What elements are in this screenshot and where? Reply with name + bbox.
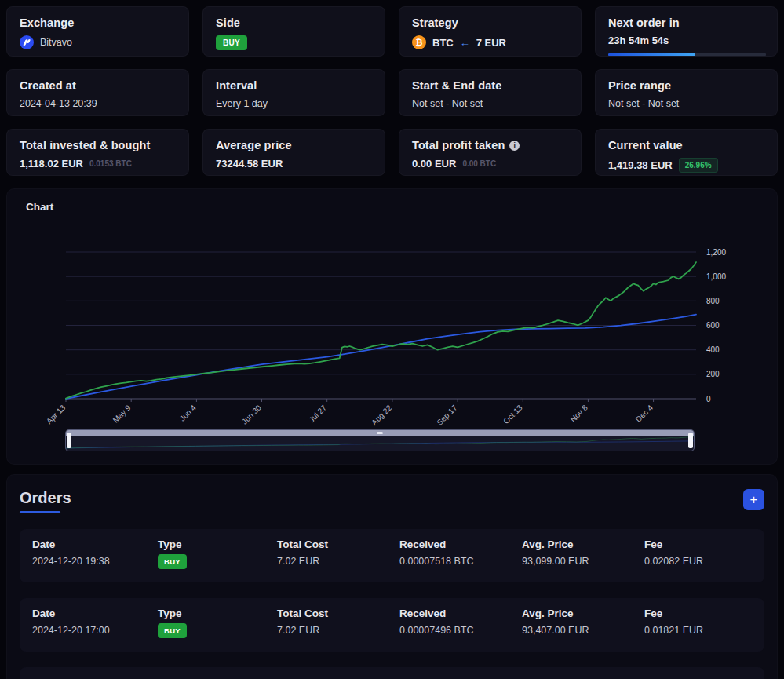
col-date-label: Date	[32, 608, 158, 619]
y-axis-label: 1,000	[706, 272, 726, 281]
order-date: 2024-12-20 19:38	[32, 556, 158, 567]
side-buy-badge: BUY	[216, 35, 247, 50]
x-axis-label: Jun 30	[240, 403, 263, 425]
order-fee: 0.01821 EUR	[644, 625, 752, 636]
order-type-badge: BUY	[158, 623, 187, 638]
y-axis-label: 0	[706, 395, 711, 403]
left-arrow-icon: ←	[460, 37, 470, 49]
order-row: Date 2024-12-20 17:00 Type BUY Total Cos…	[20, 598, 764, 652]
card-total-invested: Total invested & bought 1,118.02 EUR 0.0…	[6, 129, 189, 176]
exchange-name: Bitvavo	[40, 37, 72, 48]
card-start-end-date: Start & End date Not set - Not set	[399, 69, 582, 116]
strategy-coin: BTC	[432, 37, 454, 49]
bitcoin-icon: ₿	[412, 35, 426, 49]
card-start-end-date-title: Start & End date	[412, 79, 568, 92]
next-order-progress-track	[608, 53, 766, 57]
col-type-label: Type	[158, 538, 277, 550]
y-axis-label: 400	[706, 345, 720, 354]
card-strategy: Strategy ₿ BTC ← 7 EUR	[399, 6, 582, 57]
card-price-range: Price range Not set - Not set	[595, 69, 778, 116]
col-received-label: Received	[399, 608, 522, 619]
x-axis-label: Jun 4	[178, 403, 198, 422]
gain-percent-badge: 26.96%	[679, 158, 718, 173]
card-exchange: Exchange Bitvavo	[6, 6, 189, 57]
card-next-order: Next order in 23h 54m 54s	[595, 6, 778, 57]
orders-heading: Orders	[20, 489, 764, 507]
created-at-value: 2024-04-13 20:39	[20, 98, 97, 109]
card-side-title: Side	[216, 16, 372, 29]
card-interval: Interval Every 1 day	[202, 69, 385, 116]
y-axis-label: 600	[706, 321, 720, 330]
total-invested-eur: 1,118.02 EUR	[20, 158, 83, 170]
chart-panel: Chart 02004006008001,0001,200Apr 13May 9…	[6, 188, 778, 465]
y-axis-label: 200	[706, 370, 720, 378]
y-axis-label: 800	[706, 297, 720, 305]
x-axis-label: Jul 27	[307, 403, 328, 424]
brush-top-bar[interactable]	[66, 430, 694, 436]
order-received: 0.00007496 BTC	[399, 625, 522, 636]
brush-grip-icon	[377, 432, 383, 434]
col-avg-price-label: Avg. Price	[522, 538, 644, 550]
portfolio-chart: 02004006008001,0001,200Apr 13May 9Jun 4J…	[7, 189, 779, 465]
profit-taken-eur: 0.00 EUR	[412, 158, 456, 170]
chart-range-brush[interactable]	[65, 429, 695, 451]
card-next-order-title: Next order in	[608, 16, 764, 29]
x-axis-label: Nov 8	[569, 403, 590, 424]
order-row-partial	[20, 667, 764, 679]
profit-taken-btc: 0.00 BTC	[462, 159, 496, 168]
order-avg-price: 93,099.00 EUR	[522, 556, 644, 567]
order-fee: 0.02082 EUR	[644, 556, 752, 567]
card-current-value: Current value 1,419.38 EUR 26.96%	[595, 129, 778, 176]
col-avg-price-label: Avg. Price	[522, 608, 644, 619]
add-order-button[interactable]: +	[743, 489, 764, 510]
x-axis-label: Apr 13	[45, 403, 67, 425]
interval-value: Every 1 day	[216, 98, 268, 109]
average-price-value: 73244.58 EUR	[216, 158, 283, 170]
col-total-cost-label: Total Cost	[277, 538, 399, 550]
col-fee-label: Fee	[644, 538, 752, 550]
strategy-amount: 7 EUR	[476, 37, 506, 49]
card-side: Side BUY	[202, 6, 385, 57]
card-strategy-title: Strategy	[412, 16, 568, 29]
order-total-cost: 7.02 EUR	[277, 556, 399, 567]
info-icon[interactable]: i	[509, 141, 520, 151]
col-total-cost-label: Total Cost	[277, 608, 399, 619]
order-row: Date 2024-12-20 19:38 Type BUY Total Cos…	[20, 529, 764, 582]
current-value-eur: 1,419.38 EUR	[608, 159, 673, 171]
x-axis-label: Dec 4	[634, 403, 655, 424]
dca-bot-dashboard: Exchange Bitvavo Side BUY Strategy ₿ BTC…	[0, 0, 784, 679]
card-average-price: Average price 73244.58 EUR	[202, 129, 385, 176]
y-axis-label: 1,200	[706, 248, 726, 257]
invested-line	[66, 315, 696, 399]
bitvavo-icon	[20, 35, 34, 49]
start-end-date-value: Not set - Not set	[412, 98, 483, 109]
brush-left-handle[interactable]	[67, 433, 71, 448]
orders-heading-underline	[20, 511, 60, 513]
card-current-value-title: Current value	[608, 139, 764, 151]
col-fee-label: Fee	[644, 608, 752, 619]
card-created-at-title: Created at	[20, 79, 176, 92]
col-type-label: Type	[158, 608, 277, 619]
total-invested-btc: 0.0153 BTC	[89, 159, 132, 168]
brush-right-handle[interactable]	[688, 433, 693, 448]
x-axis-label: Oct 13	[501, 403, 524, 425]
card-profit-taken-title: Total profit taken	[412, 139, 505, 151]
card-profit-taken: Total profit taken i 0.00 EUR 0.00 BTC	[399, 129, 582, 176]
col-received-label: Received	[399, 538, 522, 550]
card-total-invested-title: Total invested & bought	[20, 139, 176, 151]
x-axis-label: Sep 17	[435, 403, 458, 426]
order-total-cost: 7.02 EUR	[277, 625, 399, 636]
orders-panel: Orders + Date 2024-12-20 19:38 Type BUY …	[6, 474, 778, 679]
card-interval-title: Interval	[216, 79, 372, 92]
order-date: 2024-12-20 17:00	[32, 625, 158, 636]
order-received: 0.00007518 BTC	[399, 556, 522, 567]
card-exchange-title: Exchange	[20, 16, 176, 29]
order-type-badge: BUY	[158, 554, 187, 569]
next-order-progress-fill	[608, 53, 695, 57]
price-range-value: Not set - Not set	[608, 98, 679, 109]
brush-mini-invested-line	[66, 441, 694, 448]
value-line	[66, 262, 696, 399]
card-average-price-title: Average price	[216, 139, 372, 151]
x-axis-label: May 9	[111, 403, 133, 424]
info-cards-grid: Exchange Bitvavo Side BUY Strategy ₿ BTC…	[6, 6, 778, 176]
